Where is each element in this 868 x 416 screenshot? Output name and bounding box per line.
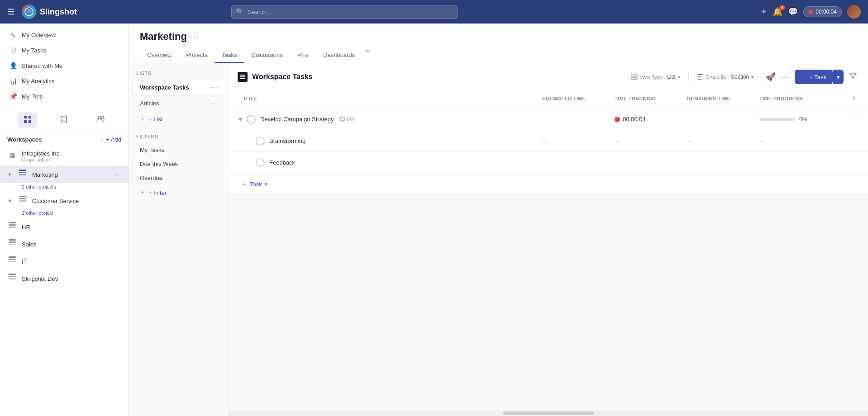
sparkle-icon[interactable]: ✦ bbox=[760, 7, 767, 17]
task-checkbox[interactable] bbox=[256, 158, 265, 167]
workspace-icon-cs bbox=[18, 196, 28, 206]
other-projects-cs[interactable]: 1 other project bbox=[0, 209, 129, 218]
workspace-item-slingshot-dev[interactable]: Slingshot Dev ⋯ bbox=[0, 270, 129, 287]
add-task-row: ＋ Task ▾ bbox=[229, 174, 868, 195]
chat-icon[interactable]: 💬 bbox=[788, 7, 798, 17]
workspace-item-sales[interactable]: Sales ⋯ bbox=[0, 236, 129, 253]
view-type-button[interactable]: View Type List ▾ bbox=[627, 71, 685, 82]
add-filter-button[interactable]: ＋ + Filter bbox=[133, 185, 224, 200]
group-by-button[interactable]: Group By Section ▾ bbox=[692, 71, 758, 82]
row-more-icon[interactable]: ⋯ bbox=[844, 137, 859, 144]
menu-icon[interactable]: ☰ bbox=[7, 7, 14, 17]
horizontal-scrollbar[interactable] bbox=[229, 411, 868, 416]
workspace-item-marketing[interactable]: ▼ Marketing ⋯ bbox=[0, 166, 129, 183]
workspace-name: Customer Service bbox=[32, 198, 110, 204]
expand-icon[interactable]: ▼ bbox=[238, 116, 243, 123]
svg-rect-4 bbox=[29, 120, 31, 123]
progress-value: 0% bbox=[799, 116, 807, 123]
top-navigation: ☰ Slingshot 🔍 ✦ 🔔 6 💬 00:00:04 bbox=[0, 0, 868, 24]
svg-rect-18 bbox=[9, 239, 16, 241]
notification-badge: 6 bbox=[779, 5, 785, 10]
sidebar-item-my-overview[interactable]: ∿ My Overview bbox=[0, 27, 129, 43]
tab-dashboards[interactable]: Dashboards bbox=[316, 48, 362, 63]
tab-tasks[interactable]: Tasks bbox=[215, 48, 244, 63]
workspace-more-icon[interactable]: ⋯ bbox=[114, 170, 121, 179]
task-checkbox[interactable] bbox=[256, 137, 265, 146]
workspace-item-customer-service[interactable]: ▼ Customer Service ⋯ bbox=[0, 192, 129, 209]
add-task-dropdown-button[interactable]: ▾ bbox=[833, 70, 844, 84]
tab-workspaces[interactable] bbox=[18, 113, 37, 128]
tab-pins[interactable]: Pins bbox=[290, 48, 316, 63]
workspace-icon-hr bbox=[7, 222, 17, 232]
table-row[interactable]: Brainstorming — — — — bbox=[229, 130, 868, 152]
sidebar-item-shared-with-me[interactable]: 👤 Shared with Me bbox=[0, 58, 129, 73]
add-workspace-button[interactable]: + Add bbox=[106, 136, 121, 143]
th-remaining-time: Remaining Time bbox=[682, 91, 754, 106]
task-comments-badge[interactable]: 0/2 bbox=[337, 116, 356, 123]
search-bar: 🔍 bbox=[231, 5, 458, 19]
edit-icon[interactable]: ✏ bbox=[366, 48, 371, 57]
list-item-more-icon[interactable]: ⋯ bbox=[210, 99, 217, 108]
task-progress: 0% bbox=[754, 116, 844, 123]
sidebar-item-my-tasks[interactable]: ☑ My Tasks bbox=[0, 43, 129, 58]
tasks-icon: ☑ bbox=[9, 47, 17, 54]
tab-bookmarks[interactable] bbox=[55, 113, 73, 128]
filter-item-label: Overdue bbox=[140, 175, 162, 181]
add-task-label: + Task bbox=[809, 74, 826, 80]
workspace-item-infragistics[interactable]: ▦ Infragistics Inc. Organization ⋯ bbox=[0, 147, 129, 166]
avatar[interactable] bbox=[847, 5, 861, 19]
svg-rect-22 bbox=[9, 276, 16, 277]
workspace-item-it[interactable]: IT ⋯ bbox=[0, 253, 129, 270]
svg-rect-23 bbox=[9, 278, 16, 279]
comments-count: 0/2 bbox=[347, 117, 353, 122]
add-task-button[interactable]: ＋ + Task bbox=[795, 70, 833, 84]
task-checkbox[interactable] bbox=[247, 115, 256, 124]
sidebar-item-label: My Analytics bbox=[22, 78, 54, 85]
list-item-articles[interactable]: Articles ⋯ bbox=[133, 95, 224, 111]
add-list-label: + List bbox=[148, 116, 162, 123]
list-item-more-icon[interactable]: ⋯ bbox=[210, 83, 217, 92]
more-options-icon[interactable]: ⋯ bbox=[779, 70, 791, 84]
task-title-area: Feedback bbox=[269, 159, 537, 166]
th-add-column[interactable]: ＋ bbox=[844, 89, 859, 108]
sidebar-item-my-pins[interactable]: 📌 My Pins bbox=[0, 89, 129, 104]
table-row[interactable]: Feedback — — — — bbox=[229, 152, 868, 174]
table-row[interactable]: ▼ Develop Campaign Strategy 0/2 bbox=[229, 109, 868, 130]
row-more-icon[interactable]: ⋯ bbox=[844, 159, 859, 166]
rocket-icon[interactable]: 🚀 bbox=[766, 72, 776, 82]
workspace-item-hr[interactable]: HR ⋯ bbox=[0, 218, 129, 236]
search-input[interactable] bbox=[231, 5, 458, 19]
svg-rect-17 bbox=[9, 244, 16, 245]
page-more-icon[interactable]: ⋯ bbox=[191, 32, 199, 42]
svg-rect-9 bbox=[19, 170, 26, 171]
filter-icon[interactable] bbox=[847, 71, 859, 83]
notifications-icon[interactable]: 🔔 6 bbox=[773, 7, 782, 17]
svg-rect-30 bbox=[632, 77, 634, 80]
list-item-workspace-tasks[interactable]: Workspace Tasks ⋯ bbox=[133, 80, 224, 95]
tab-discussions[interactable]: Discussions bbox=[244, 48, 290, 63]
svg-rect-26 bbox=[240, 76, 245, 77]
th-title: Title bbox=[238, 91, 537, 106]
sidebar-item-my-analytics[interactable]: 📊 My Analytics bbox=[0, 73, 129, 89]
add-list-button[interactable]: ＋ + List bbox=[133, 111, 224, 127]
th-estimated-time: Estimated Time bbox=[537, 91, 609, 106]
row-more-icon[interactable]: ⋯ bbox=[844, 116, 859, 123]
plus-icon: ＋ bbox=[801, 73, 807, 81]
app-logo[interactable]: Slingshot bbox=[22, 5, 77, 19]
add-filter-icon: ＋ bbox=[140, 189, 146, 197]
tracking-value: 00:00:04 bbox=[623, 116, 646, 123]
timer-button[interactable]: 00:00:04 bbox=[803, 6, 842, 17]
filter-item-my-tasks[interactable]: My Tasks bbox=[133, 143, 224, 157]
sort-icon[interactable]: ↕ bbox=[100, 136, 104, 143]
tab-projects[interactable]: Projects bbox=[179, 48, 215, 63]
filter-item-overdue[interactable]: Overdue bbox=[133, 171, 224, 185]
task-progress: — bbox=[754, 137, 844, 144]
timer-recording-dot bbox=[808, 9, 813, 14]
tab-overview[interactable]: Overview bbox=[140, 48, 179, 63]
workspace-name: Infragistics Inc. bbox=[22, 150, 110, 157]
other-projects-marketing[interactable]: 2 other projects bbox=[0, 183, 129, 192]
dash: — bbox=[542, 159, 548, 166]
filter-item-due-this-week[interactable]: Due this Week bbox=[133, 157, 224, 171]
add-task-inline-button[interactable]: ＋ Task ▾ bbox=[238, 178, 271, 190]
tab-people[interactable] bbox=[91, 113, 110, 128]
